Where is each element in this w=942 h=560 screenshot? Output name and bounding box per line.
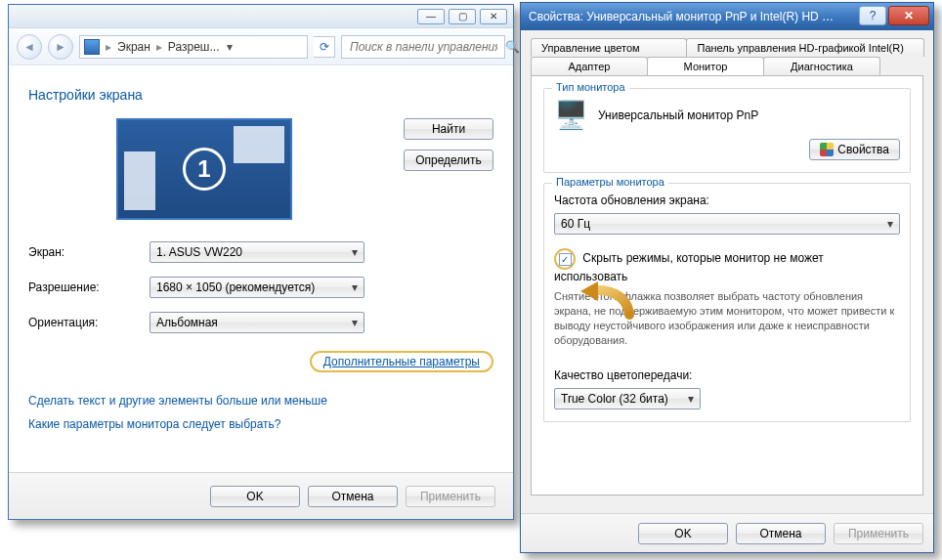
resolution-label: Разрешение: bbox=[28, 280, 134, 294]
chevron-down-icon: ▾ bbox=[352, 245, 358, 259]
breadcrumb-sep-icon: ▸ bbox=[154, 40, 164, 54]
screen-label: Экран: bbox=[28, 245, 134, 259]
tab-color-management[interactable]: Управление цветом bbox=[531, 38, 687, 57]
annotation-ring: Дополнительные параметры bbox=[310, 351, 493, 372]
monitor-type-fieldset: Тип монитора 🖥️ Универсальный монитор Pn… bbox=[543, 88, 911, 173]
resolution-combo[interactable]: 1680 × 1050 (рекомендуется) ▾ bbox=[150, 277, 364, 298]
chevron-down-icon: ▾ bbox=[352, 316, 358, 329]
refresh-button[interactable]: ⟳ bbox=[314, 36, 335, 58]
tab-monitor[interactable]: Монитор bbox=[647, 57, 764, 75]
text-size-link[interactable]: Сделать текст и другие элементы больше и… bbox=[28, 394, 493, 408]
refresh-icon: ⟳ bbox=[320, 40, 329, 54]
cancel-button-label: Отмена bbox=[759, 527, 801, 540]
help-icon: ? bbox=[870, 9, 877, 22]
chevron-down-icon: ▾ bbox=[688, 392, 694, 406]
cancel-button-label: Отмена bbox=[331, 490, 373, 503]
titlebar: Свойства: Универсальный монитор PnP и In… bbox=[521, 3, 933, 30]
maximize-icon: ▢ bbox=[458, 11, 467, 22]
cancel-button[interactable]: Отмена bbox=[308, 486, 398, 507]
tabs-row-1: Управление цветом Панель управления HD-г… bbox=[531, 38, 923, 57]
breadcrumb-part1[interactable]: Экран bbox=[117, 40, 150, 54]
body: Настройки экрана 1 Найти Определить Экра… bbox=[9, 65, 513, 452]
search-input-container: 🔍 bbox=[341, 35, 505, 59]
hide-modes-hint: Снятие этого флажка позволяет выбрать ча… bbox=[554, 289, 900, 347]
footer: OK Отмена Применить bbox=[9, 472, 513, 519]
find-button[interactable]: Найти bbox=[404, 118, 493, 140]
color-quality-label: Качество цветопередачи: bbox=[554, 368, 900, 382]
hide-modes-checkbox[interactable]: ✓ bbox=[559, 253, 572, 266]
monitor-preview[interactable]: 1 bbox=[116, 118, 292, 220]
search-input[interactable] bbox=[348, 39, 499, 55]
titlebar: — ▢ ✕ bbox=[9, 5, 513, 28]
chevron-down-icon: ▾ bbox=[352, 280, 358, 294]
apply-button[interactable]: Применить bbox=[406, 486, 495, 507]
ok-button[interactable]: OK bbox=[638, 523, 728, 544]
annotation-ring: ✓ bbox=[554, 248, 576, 270]
nav-back-button[interactable]: ◄ bbox=[17, 34, 42, 60]
explorer-window: — ▢ ✕ ◄ ► ▸ Экран ▸ Разреш... ▾ ⟳ 🔍 Наст… bbox=[8, 4, 514, 520]
advanced-settings-link[interactable]: Дополнительные параметры bbox=[318, 353, 486, 370]
detect-button[interactable]: Определить bbox=[404, 150, 493, 171]
tab-diagnostics[interactable]: Диагностика bbox=[763, 57, 880, 75]
resolution-combo-value: 1680 × 1050 (рекомендуется) bbox=[156, 280, 315, 294]
breadcrumb-dropdown-icon[interactable]: ▾ bbox=[223, 40, 236, 54]
properties-button-label: Свойства bbox=[837, 143, 889, 156]
refresh-rate-label: Частота обновления экрана: bbox=[554, 194, 900, 207]
color-quality-value: True Color (32 бита) bbox=[561, 392, 668, 406]
breadcrumb-part2[interactable]: Разреш... bbox=[168, 40, 220, 54]
apply-button-label: Применить bbox=[420, 490, 481, 503]
monitor-icon: 🖥️ bbox=[554, 99, 588, 131]
minimize-button[interactable]: — bbox=[417, 9, 445, 24]
monitor-params-fieldset: Параметры монитора Частота обновления эк… bbox=[543, 183, 911, 422]
monitor-params-legend: Параметры монитора bbox=[552, 176, 668, 188]
properties-dialog: Свойства: Универсальный монитор PnP и In… bbox=[520, 2, 934, 553]
breadcrumb[interactable]: ▸ Экран ▸ Разреш... ▾ bbox=[79, 35, 308, 59]
properties-button[interactable]: Свойства bbox=[809, 139, 900, 160]
close-icon: ✕ bbox=[904, 9, 914, 22]
screen-combo-value: 1. ASUS VW220 bbox=[156, 245, 242, 259]
preview-window-icon bbox=[234, 126, 284, 163]
apply-button-label: Применить bbox=[848, 527, 909, 540]
monitor-id-badge: 1 bbox=[183, 148, 226, 191]
ok-button[interactable]: OK bbox=[210, 486, 300, 507]
tab-panel-monitor: Тип монитора 🖥️ Универсальный монитор Pn… bbox=[531, 75, 923, 495]
maximize-button[interactable]: ▢ bbox=[449, 9, 476, 24]
cancel-button[interactable]: Отмена bbox=[736, 523, 826, 544]
which-monitor-link[interactable]: Какие параметры монитора следует выбрать… bbox=[28, 417, 493, 431]
tabs-row-2: Адаптер Монитор Диагностика bbox=[531, 57, 923, 75]
ok-button-label: OK bbox=[674, 527, 691, 540]
screen-combo[interactable]: 1. ASUS VW220 ▾ bbox=[150, 241, 364, 263]
apply-button[interactable]: Применить bbox=[834, 523, 923, 544]
close-button[interactable]: ✕ bbox=[480, 9, 507, 24]
close-button[interactable]: ✕ bbox=[888, 6, 929, 25]
orientation-label: Ориентация: bbox=[28, 316, 134, 329]
preview-window-icon bbox=[124, 151, 155, 210]
page-title: Настройки экрана bbox=[28, 87, 493, 103]
refresh-rate-value: 60 Гц bbox=[561, 217, 590, 231]
dialog-title: Свойства: Универсальный монитор PnP и In… bbox=[529, 10, 841, 23]
display-icon bbox=[84, 39, 100, 55]
uac-shield-icon bbox=[820, 143, 834, 156]
close-icon: ✕ bbox=[490, 11, 497, 22]
orientation-combo-value: Альбомная bbox=[156, 316, 218, 329]
color-quality-combo[interactable]: True Color (32 бита) ▾ bbox=[554, 388, 701, 409]
orientation-combo[interactable]: Альбомная ▾ bbox=[150, 312, 364, 333]
search-icon[interactable]: 🔍 bbox=[505, 40, 520, 54]
minimize-icon: — bbox=[426, 11, 436, 22]
monitor-type-legend: Тип монитора bbox=[552, 81, 629, 93]
hide-modes-label[interactable]: Скрыть режимы, которые монитор не может … bbox=[554, 251, 824, 283]
nav-forward-button[interactable]: ► bbox=[48, 34, 73, 60]
refresh-rate-combo[interactable]: 60 Гц ▾ bbox=[554, 213, 900, 235]
breadcrumb-sep-icon: ▸ bbox=[104, 40, 113, 54]
footer: OK Отмена Применить bbox=[521, 513, 933, 552]
tab-adapter[interactable]: Адаптер bbox=[531, 57, 648, 75]
chevron-down-icon: ▾ bbox=[887, 217, 893, 231]
find-button-label: Найти bbox=[432, 122, 465, 136]
help-button[interactable]: ? bbox=[859, 6, 886, 25]
toolbar: ◄ ► ▸ Экран ▸ Разреш... ▾ ⟳ 🔍 bbox=[9, 28, 513, 65]
tab-intel-panel[interactable]: Панель управления HD-графикой Intel(R) bbox=[686, 38, 924, 57]
ok-button-label: OK bbox=[246, 490, 263, 503]
detect-button-label: Определить bbox=[415, 153, 482, 167]
monitor-name: Универсальный монитор PnP bbox=[598, 108, 758, 122]
